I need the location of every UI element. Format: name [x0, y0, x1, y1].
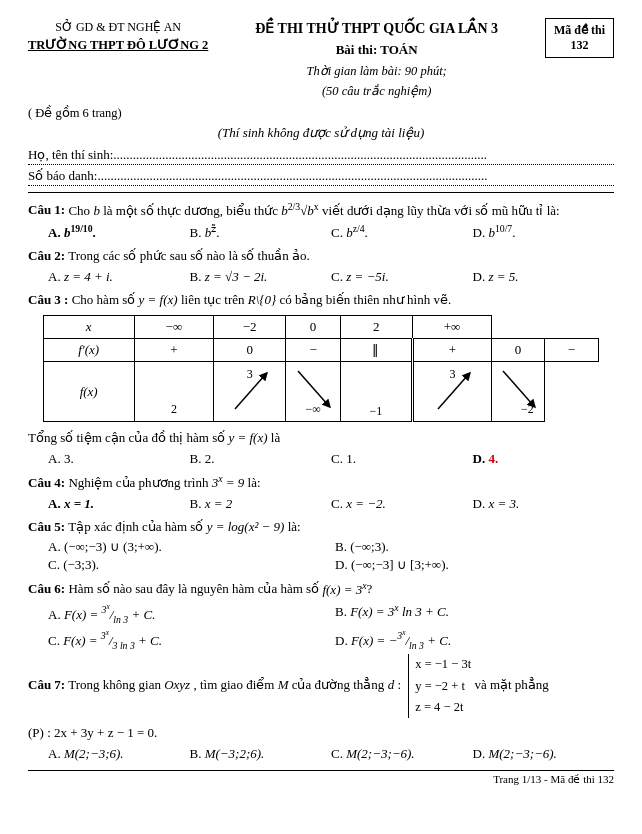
q7-plane: (P) : 2x + 3y + z − 1 = 0. — [28, 723, 614, 743]
q6-label: Câu 6: — [28, 582, 65, 597]
q4-label: Câu 4: — [28, 475, 65, 490]
ma-de-number: 132 — [554, 38, 605, 53]
table-row-x: x −∞ −2 0 2 +∞ — [43, 316, 599, 339]
table-row-fprime: f′(x) + 0 − ‖ + 0 − — [43, 339, 599, 362]
q1-opt-a: A. b19/10. — [48, 223, 190, 241]
q5-opt-a: A. (−∞;−3) ∪ (3;+∞). — [48, 539, 327, 555]
subject-label: Bài thi: TOÁN — [208, 40, 545, 61]
q7-options: A. M(2;−3;6). B. M(−3;2;6). C. M(2;−3;−6… — [48, 746, 614, 762]
q6-text: Hàm số nào sau đây là nguyên hàm của hàm… — [68, 582, 372, 597]
exam-title: ĐỀ THI THỬ THPT QUỐC GIA LẦN 3 — [208, 18, 545, 40]
table-row-f: f(x) 2 3 −∞ −1 — [43, 362, 599, 422]
q2-opt-a: A. z = 4 + i. — [48, 269, 190, 285]
q6-opt-d: D. F(x) = −3x/ln 3 + C. — [335, 628, 614, 650]
q4-opt-b: B. x = 2 — [190, 496, 332, 512]
instruction: (Thí sinh không được sử dụng tài liệu) — [28, 125, 614, 141]
q7-opt-d: D. M(2;−3;−6). — [473, 746, 615, 762]
q4-options: A. x = 1. B. x = 2 C. x = −2. D. x = 3. — [48, 496, 614, 512]
school-label: TRƯỜNG THPT ĐÔ LƯƠNG 2 — [28, 36, 208, 55]
ma-de-box: Mã đề thi 132 — [545, 18, 614, 58]
q1-text: Cho b là một số thực dương, biểu thức b2… — [68, 203, 559, 218]
footer-page: Trang 1/13 - Mã đề thi 132 — [493, 773, 614, 785]
q3-label: Câu 3 : — [28, 292, 68, 307]
q7-and: và mặt phẳng — [474, 677, 549, 692]
q7-text: Trong không gian Oxyz , tìm giao điểm M … — [68, 677, 401, 692]
q2-options: A. z = 4 + i. B. z = √3 − 2i. C. z = −5i… — [48, 269, 614, 285]
q5-text: Tập xác định của hàm số y = log(x² − 9) … — [68, 519, 300, 534]
so-bao-danh-field: Số báo danh:............................… — [28, 168, 614, 186]
question-7: Câu 7: Trong không gian Oxyz , tìm giao … — [28, 654, 614, 718]
q7-opt-b: B. M(−3;2;6). — [190, 746, 332, 762]
q3-options: A. 3. B. 2. C. 1. D. 4. — [48, 451, 614, 467]
q5-opt-d: D. (−∞;−3] ∪ [3;+∞). — [335, 557, 614, 573]
ma-de-label: Mã đề thi — [554, 23, 605, 38]
q6-opt-b: B. F(x) = 3x ln 3 + C. — [335, 602, 614, 624]
q2-label: Câu 2: — [28, 248, 65, 263]
time-line2: (50 câu trắc nghiệm) — [208, 81, 545, 101]
q2-opt-d: D. z = 5. — [473, 269, 615, 285]
q5-opt-c: C. (−3;3). — [48, 557, 327, 573]
q4-opt-c: C. x = −2. — [331, 496, 473, 512]
page-footer: Trang 1/13 - Mã đề thi 132 — [28, 770, 614, 786]
q2-text: Trong các số phức sau số nào là số thuần… — [68, 248, 309, 263]
q7-opt-a: A. M(2;−3;6). — [48, 746, 190, 762]
q4-opt-a: A. x = 1. — [48, 496, 190, 512]
header-center: ĐỀ THI THỬ THPT QUỐC GIA LẦN 3 Bài thi: … — [208, 18, 545, 101]
ho-ten-field: Họ, tên thí sinh:.......................… — [28, 147, 614, 165]
q3-opt-b: B. 2. — [190, 451, 332, 467]
dept-label: SỞ GD & ĐT NGHỆ AN — [28, 18, 208, 36]
q2-opt-c: C. z = −5i. — [331, 269, 473, 285]
svg-line-1 — [298, 371, 328, 405]
q2-opt-b: B. z = √3 − 2i. — [190, 269, 332, 285]
q1-opt-c: C. bz/4. — [331, 223, 473, 241]
plane-eq: (P) : 2x + 3y + z − 1 = 0. — [28, 725, 157, 740]
q6-opt-c: C. F(x) = 3x/3 ln 3 + C. — [48, 628, 327, 650]
question-5: Câu 5: Tập xác định của hàm số y = log(x… — [28, 517, 614, 537]
time-line1: Thời gian làm bài: 90 phút; — [208, 61, 545, 81]
q5-opt-b: B. (−∞;3). — [335, 539, 614, 555]
de-gom: ( Đề gồm 6 trang) — [28, 105, 614, 121]
q3-opt-c: C. 1. — [331, 451, 473, 467]
q6-opt-a: A. F(x) = 3x/ln 3 + C. — [48, 602, 327, 624]
q1-opt-d: D. b10/7. — [473, 223, 615, 241]
q4-opt-d: D. x = 3. — [473, 496, 615, 512]
svg-line-0 — [235, 375, 265, 409]
system-equations: x = −1 − 3t y = −2 + t z = 4 − 2t — [408, 654, 471, 718]
variation-table: x −∞ −2 0 2 +∞ f′(x) + 0 − ‖ + 0 − f(x) … — [43, 315, 600, 422]
question-3: Câu 3 : Cho hàm số y = f(x) liên tục trê… — [28, 290, 614, 310]
question-6: Câu 6: Hàm số nào sau đây là nguyên hàm … — [28, 578, 614, 599]
q7-opt-c: C. M(2;−3;−6). — [331, 746, 473, 762]
q4-text: Nghiệm của phương trình 3x = 9 là: — [68, 475, 260, 490]
q5-label: Câu 5: — [28, 519, 65, 534]
q1-options: A. b19/10. B. bz̃. C. bz/4. D. b10/7. — [48, 223, 614, 241]
question-4: Câu 4: Nghiệm của phương trình 3x = 9 là… — [28, 472, 614, 493]
q3-opt-a: A. 3. — [48, 451, 190, 467]
svg-line-3 — [503, 371, 533, 405]
q3-followup: Tổng số tiệm cận của đồ thị hàm số y = f… — [28, 428, 614, 448]
q3-text: Cho hàm số y = f(x) liên tục trên R\{0} … — [72, 292, 452, 307]
header-left: SỞ GD & ĐT NGHỆ AN TRƯỜNG THPT ĐÔ LƯƠNG … — [28, 18, 208, 55]
question-1: Câu 1: Cho b là một số thực dương, biểu … — [28, 199, 614, 220]
q1-label: Câu 1: — [28, 203, 65, 218]
q7-label: Câu 7: — [28, 677, 65, 692]
q7-system: x = −1 − 3t y = −2 + t z = 4 − 2t — [408, 654, 471, 718]
q5-options: A. (−∞;−3) ∪ (3;+∞). B. (−∞;3). C. (−3;3… — [48, 539, 614, 573]
page-header: SỞ GD & ĐT NGHỆ AN TRƯỜNG THPT ĐÔ LƯƠNG … — [28, 18, 614, 101]
divider — [28, 192, 614, 193]
q1-opt-b: B. bz̃. — [190, 223, 332, 241]
q3-opt-d: D. 4. — [473, 451, 615, 467]
q6-options: A. F(x) = 3x/ln 3 + C. B. F(x) = 3x ln 3… — [48, 602, 614, 650]
question-2: Câu 2: Trong các số phức sau số nào là s… — [28, 246, 614, 266]
svg-line-2 — [438, 375, 468, 409]
